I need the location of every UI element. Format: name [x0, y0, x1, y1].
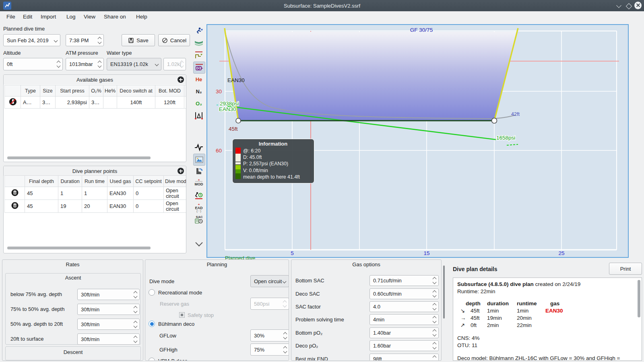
titlebar[interactable]: Subsurface: SampleDivesV2.ssrf	[0, 0, 644, 11]
information-tooltip[interactable]: Information @: 6:20 D: 45.0ft P: 2,557ps…	[232, 139, 314, 183]
gas-row[interactable]: A… 3… 2,938psi 3… 140ft 120ft 98f	[5, 97, 187, 109]
ascent-rate-50-20-spinbox[interactable]: 30ft/min	[77, 319, 140, 330]
best-mix-end-spinbox[interactable]: 98ft	[369, 354, 439, 361]
col-mnd[interactable]: MND	[184, 85, 187, 97]
col-dive-mode[interactable]: Dive mode	[164, 176, 186, 187]
point-duration[interactable]: 19	[58, 200, 82, 213]
point-setpoint[interactable]: 0	[134, 200, 164, 213]
col-start-press[interactable]: Start press	[56, 85, 89, 97]
buhlmann-deco-radio[interactable]	[149, 321, 155, 327]
dive-date-combo[interactable]: Sun Feb 24, 2019	[3, 34, 60, 46]
point-row[interactable]: 45 19 20 EAN30 0 Open circuit	[5, 200, 186, 213]
points-horizontal-scrollbar[interactable]	[7, 247, 151, 249]
gflow-spinbox[interactable]: 30%	[250, 329, 289, 341]
gases-horizontal-scrollbar[interactable]	[7, 156, 151, 159]
dive-mode-combo[interactable]: Open circuit	[250, 275, 289, 287]
dive-profile-chart[interactable]: GF 30/75 30 60 5 15 25 EAN30 2938psi EAN…	[206, 24, 629, 258]
bottom-po2-spinbox[interactable]: 1.40bar	[369, 327, 439, 338]
ascent-rate-75-spinbox[interactable]: 30ft/min	[77, 289, 140, 300]
menu-help[interactable]: Help	[136, 14, 147, 20]
atm-pressure-spinbox[interactable]: 1013mbar	[66, 58, 104, 70]
col-bot-mod[interactable]: Bot. MOD	[155, 85, 184, 97]
cancel-button[interactable]: Cancel	[158, 34, 190, 46]
col-cc-setpoint[interactable]: CC setpoint	[134, 176, 164, 187]
col-final-depth[interactable]: Final depth	[25, 176, 58, 187]
setpoint-icon[interactable]	[193, 62, 205, 74]
delete-point-cell[interactable]	[5, 200, 25, 213]
point-gas[interactable]: EAN30	[107, 187, 134, 200]
gas-mnd[interactable]: 98f	[184, 97, 187, 109]
dive-point-handle[interactable]	[492, 118, 497, 123]
splitter-handle[interactable]	[443, 265, 445, 319]
menu-log[interactable]: Log	[66, 14, 76, 20]
point-runtime[interactable]: 1	[82, 187, 107, 200]
ndl-clock-icon[interactable]	[193, 190, 204, 201]
col-size[interactable]: Size	[40, 85, 56, 97]
menu-import[interactable]: Import	[41, 14, 56, 20]
nitrogen-icon[interactable]: N₂	[193, 86, 204, 97]
col-run-time[interactable]: Run time	[82, 176, 107, 187]
point-depth[interactable]: 45	[25, 187, 58, 200]
dive-planner-icon[interactable]	[193, 25, 204, 37]
col-type[interactable]: Type	[21, 85, 40, 97]
ascent-rate-20-surface-spinbox[interactable]: 30ft/min	[77, 333, 140, 345]
point-setpoint[interactable]: 0	[134, 187, 164, 200]
point-gas[interactable]: EAN30	[107, 200, 134, 213]
helium-icon[interactable]: He	[193, 74, 204, 85]
maximize-button[interactable]	[625, 2, 632, 10]
col-duration[interactable]: Duration	[58, 176, 82, 187]
vpmb-deco-radio[interactable]	[149, 358, 155, 361]
bailout-icon[interactable]	[193, 166, 204, 177]
spin-arrows[interactable]	[98, 37, 101, 43]
delete-point-cell[interactable]	[5, 187, 25, 200]
altitude-spinbox[interactable]: 0ft	[3, 58, 63, 70]
dive-point-handle[interactable]	[236, 118, 241, 123]
gas-bot-mod[interactable]: 120ft	[155, 97, 184, 109]
add-gas-button[interactable]	[178, 76, 184, 83]
print-button[interactable]: Print	[609, 263, 642, 275]
deco-sac-spinbox[interactable]: 0.60cuft/min	[369, 288, 439, 299]
menu-view[interactable]: View	[84, 14, 95, 20]
minimize-button[interactable]	[615, 2, 622, 10]
bottom-sac-spinbox[interactable]: 0.71cuft/min	[369, 275, 439, 286]
col-o2[interactable]: O₂%	[89, 85, 103, 97]
water-type-combo[interactable]: EN13319 (1.02k	[107, 58, 161, 70]
menu-edit[interactable]: Edit	[23, 14, 32, 20]
close-button[interactable]	[634, 2, 642, 9]
add-point-button[interactable]	[178, 168, 184, 174]
col-deco-switch[interactable]: Deco switch at	[117, 85, 155, 97]
gas-he[interactable]	[103, 97, 117, 109]
point-mode[interactable]: Open circuit	[164, 187, 186, 200]
recreational-mode-radio[interactable]	[149, 289, 155, 296]
sac-factor-spinbox[interactable]: 4.0	[369, 301, 439, 312]
point-runtime[interactable]: 20	[82, 200, 107, 213]
mod-icon[interactable]: +MOD	[193, 178, 204, 189]
dive-plan-text[interactable]: Subsurface (4.8.5.0) dive plan created o…	[453, 278, 642, 361]
safety-stop-checkbox[interactable]	[179, 312, 185, 318]
col-he[interactable]: He%	[103, 85, 117, 97]
point-mode[interactable]: Open circuit	[164, 200, 186, 213]
menu-file[interactable]: File	[6, 14, 15, 20]
photos-icon[interactable]	[193, 154, 205, 166]
gas-start-press[interactable]: 2,938psi	[56, 97, 89, 109]
heartrate-icon[interactable]	[193, 142, 204, 153]
salinity-waves-icon[interactable]	[193, 37, 204, 49]
ceiling-icon[interactable]	[193, 49, 204, 61]
col-used-gas[interactable]: Used gas	[107, 176, 134, 187]
dive-time-spinbox[interactable]: 7:38 PM	[66, 34, 104, 46]
deco-po2-spinbox[interactable]: 1.60bar	[369, 340, 439, 351]
plan-scrollbar[interactable]	[638, 280, 640, 317]
point-row[interactable]: 45 1 1 EAN30 0 Open circuit	[5, 187, 186, 200]
problem-solving-time-spinbox[interactable]: 4min	[369, 314, 439, 325]
save-button[interactable]: Save	[122, 34, 155, 46]
gas-size[interactable]: 3…	[40, 97, 56, 109]
gas-o2[interactable]: 3…	[89, 97, 103, 109]
toolbar-collapse-chevron-icon[interactable]	[193, 238, 204, 249]
menu-share-on[interactable]: Share on	[104, 14, 126, 20]
gas-type[interactable]: A…	[21, 97, 40, 109]
gas-deco-switch[interactable]: 140ft	[117, 97, 155, 109]
ead-icon[interactable]: +EAD(···)	[193, 202, 204, 213]
ascent-rate-75-50-spinbox[interactable]: 30ft/min	[77, 304, 140, 315]
point-depth[interactable]: 45	[25, 200, 58, 213]
sac-rate-icon[interactable]: SAC	[193, 214, 204, 225]
